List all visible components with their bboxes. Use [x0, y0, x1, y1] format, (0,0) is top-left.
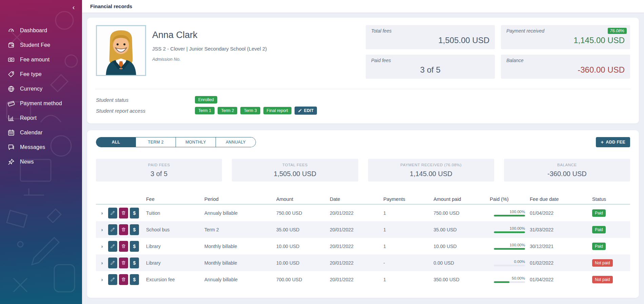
- cell-payments: 1: [383, 227, 434, 232]
- cell-date: 20/01/2022: [330, 210, 383, 216]
- sidebar-item-student-fee[interactable]: Student Fee: [0, 38, 82, 52]
- cell-status: Paid: [592, 243, 630, 250]
- sidebar-item-news[interactable]: News: [0, 154, 82, 169]
- cell-status: Not paid: [592, 259, 630, 267]
- student-class-info: JSS 2 - Clover | Junior Secondary School…: [152, 46, 267, 52]
- row-edit-button[interactable]: [108, 274, 117, 285]
- cell-fee-due-date: 01/04/2022: [530, 277, 592, 282]
- cell-period: Term 2: [204, 227, 276, 232]
- cell-status: Paid: [592, 209, 630, 217]
- cell-amount-paid: 10.00 USD: [434, 244, 490, 249]
- summary-card-1: TOTAL FEES1,505.00 USD: [232, 159, 358, 182]
- cell-fee: School bus: [146, 227, 204, 232]
- report-access-label: Student report access: [96, 108, 195, 114]
- paid-progress-bar: [494, 265, 525, 266]
- cell-status: Not paid: [592, 276, 630, 283]
- tab-all[interactable]: ALL: [96, 137, 136, 147]
- paid-progress-bar: [494, 248, 525, 250]
- dashboard-icon: [7, 27, 15, 34]
- globe-icon: [7, 85, 15, 93]
- report-badge-term-3: Term 3: [240, 107, 260, 114]
- trash-icon: [121, 227, 126, 232]
- student-status-label: Student status: [96, 97, 195, 103]
- cell-period: Annualy billable: [204, 210, 276, 216]
- cell-amount-paid: 35.00 USD: [434, 227, 490, 232]
- row-expand-chevron[interactable]: ›: [96, 260, 108, 266]
- row-edit-button[interactable]: [108, 241, 117, 252]
- sidebar-item-currency[interactable]: Currency: [0, 81, 82, 96]
- plus-icon: +: [601, 140, 604, 144]
- cell-period: Monthly billable: [204, 244, 276, 249]
- edit-report-access-button[interactable]: EDIT: [295, 107, 317, 115]
- sidebar-item-fee-type[interactable]: Fee type: [0, 67, 82, 81]
- row-edit-button[interactable]: [108, 258, 117, 268]
- row-payment-button[interactable]: $: [130, 224, 139, 235]
- report-badge-final-report: Final report: [263, 107, 291, 114]
- paid-progress-bar: [494, 281, 525, 283]
- table-row: › $ Tuition Annualy billable 750.00 USD …: [96, 205, 630, 221]
- stat-balance-value: -360.00 USD: [506, 65, 625, 75]
- cell-paid-percent: 50.00%: [490, 276, 530, 283]
- row-payment-button[interactable]: $: [130, 258, 139, 268]
- sidebar-item-calendar[interactable]: Calendar: [0, 125, 82, 140]
- chat-icon: [7, 144, 15, 151]
- stat-total-fees: Total fees 1,505.00 USD: [366, 25, 495, 49]
- page-title: Financial records: [90, 3, 132, 9]
- sidebar-item-dashboard[interactable]: Dashboard: [0, 23, 82, 38]
- row-edit-button[interactable]: [108, 208, 117, 218]
- cell-period: Annualy billable: [204, 277, 276, 282]
- app-root: ‹ DashboardStudent FeeFee amountFee type…: [0, 0, 644, 304]
- cell-status: Paid: [592, 226, 630, 233]
- sidebar-item-fee-amount[interactable]: Fee amount: [0, 52, 82, 67]
- fees-panel: ALLTERM 2MONTHLYANNUALY + ADD FEE PAID F…: [87, 130, 639, 298]
- status-pill: Not paid: [592, 276, 613, 283]
- sidebar-item-messages[interactable]: Messages: [0, 140, 82, 154]
- row-delete-button[interactable]: [119, 208, 128, 218]
- cell-fee-due-date: 01/02/2022: [530, 260, 592, 266]
- status-badge: Enrolled: [195, 96, 217, 103]
- table-row: › $ School bus Term 2 35.00 USD 20/01/20…: [96, 221, 630, 238]
- row-delete-button[interactable]: [119, 241, 128, 252]
- row-payment-button[interactable]: $: [130, 208, 139, 218]
- row-expand-chevron[interactable]: ›: [96, 277, 108, 282]
- cell-period: Monthly billable: [204, 260, 276, 266]
- pencil-icon: [110, 277, 115, 282]
- tab-monthly[interactable]: MONTHLY: [176, 137, 216, 147]
- row-expand-chevron[interactable]: ›: [96, 243, 108, 249]
- sidebar-collapse-button[interactable]: ‹: [69, 3, 78, 12]
- student-stats: Total fees 1,505.00 USD Payment received…: [366, 25, 630, 79]
- sidebar-item-payment-method[interactable]: Payment method: [0, 96, 82, 111]
- pushpin-icon: [7, 158, 15, 166]
- row-payment-button[interactable]: $: [130, 274, 139, 285]
- row-expand-chevron[interactable]: ›: [96, 227, 108, 232]
- row-delete-button[interactable]: [119, 258, 128, 268]
- row-edit-button[interactable]: [108, 224, 117, 235]
- table-row: › $ Library Monthly billable 10.00 USD 2…: [96, 254, 630, 271]
- stat-payment-received: Payment received 76.08% 1,145.00 USD: [501, 25, 630, 49]
- add-fee-button[interactable]: + ADD FEE: [596, 137, 630, 147]
- sidebar-item-report[interactable]: Report: [0, 111, 82, 125]
- wallet-icon: [7, 41, 15, 49]
- student-summary-card: Anna Clark JSS 2 - Clover | Junior Secon…: [87, 18, 639, 124]
- pencil-icon: [110, 211, 115, 215]
- row-payment-button[interactable]: $: [130, 241, 139, 252]
- row-delete-button[interactable]: [119, 274, 128, 285]
- main-content: Financial records: [82, 0, 644, 304]
- tab-annualy[interactable]: ANNUALY: [216, 137, 256, 147]
- tab-term-2[interactable]: TERM 2: [136, 137, 176, 147]
- status-pill: Paid: [592, 209, 606, 217]
- cash-icon: [7, 56, 15, 63]
- trash-icon: [121, 211, 126, 215]
- status-pill: Paid: [592, 226, 606, 233]
- page-header: Financial records: [82, 0, 644, 13]
- fee-table-body: › $ Tuition Annualy billable 750.00 USD …: [96, 205, 630, 288]
- pencil-icon: [110, 227, 115, 232]
- row-expand-chevron[interactable]: ›: [96, 210, 108, 216]
- cell-amount: 10.00 USD: [276, 244, 330, 249]
- cell-fee-due-date: 30/12/2021: [530, 244, 592, 249]
- paid-progress-bar: [494, 231, 525, 233]
- stat-total-fees-value: 1,505.00 USD: [371, 36, 489, 45]
- cell-amount: 750.00 USD: [276, 210, 330, 216]
- row-delete-button[interactable]: [119, 224, 128, 235]
- sidebar-menu: DashboardStudent FeeFee amountFee typeCu…: [0, 23, 82, 169]
